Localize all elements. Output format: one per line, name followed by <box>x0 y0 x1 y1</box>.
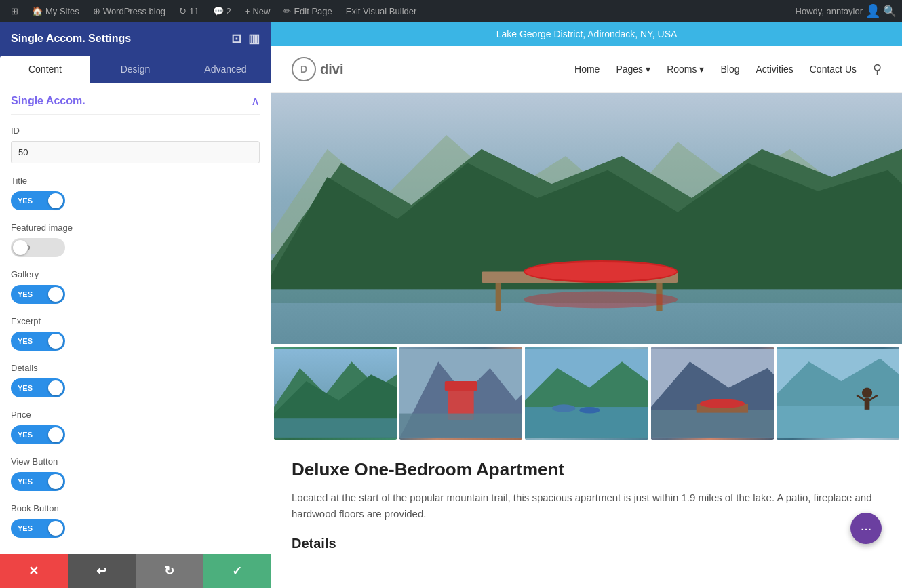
gallery-thumb-5[interactable] <box>777 347 899 440</box>
book-button-toggle[interactable]: YES <box>11 519 65 538</box>
nav-pages[interactable]: Pages ▾ <box>616 64 650 75</box>
toggle-knob-6 <box>48 474 63 489</box>
svg-rect-27 <box>651 410 774 438</box>
exit-visual-builder-item[interactable]: Exit Visual Builder <box>340 0 423 22</box>
sidebar-content: Single Accom. ∧ ID Title YES Featured im… <box>0 83 271 554</box>
sidebar-header-icons: ⊡ ▥ <box>231 31 260 46</box>
svg-rect-6 <box>496 283 501 311</box>
field-title-label: Title <box>11 176 260 186</box>
field-id: ID <box>11 125 260 163</box>
toggle-yes-label-2: YES <box>12 290 33 298</box>
toggle-yes-label-7: YES <box>12 524 33 532</box>
wordpress-icon: ⊕ <box>93 6 100 16</box>
site-logo: D divi <box>292 57 343 81</box>
svg-point-23 <box>552 404 575 412</box>
sidebar-title: Single Accom. Settings <box>11 33 131 45</box>
price-toggle[interactable]: YES <box>11 425 65 444</box>
toggle-knob-7 <box>48 521 63 536</box>
plus-icon: + <box>245 6 250 16</box>
gallery-row <box>271 344 902 443</box>
details-title: Details <box>292 536 882 551</box>
toggle-yes-label-3: YES <box>12 337 33 345</box>
wp-admin-bar: ⊞ 🏠 My Sites ⊕ WordPress blog ↻ 11 💬 2 +… <box>0 0 902 22</box>
svg-rect-18 <box>445 381 477 391</box>
redo-button[interactable]: ↻ <box>136 554 203 588</box>
cancel-button[interactable]: ✕ <box>0 554 68 588</box>
site-nav: D divi Home Pages ▾ Rooms ▾ Blog Activit… <box>271 46 902 93</box>
svg-point-24 <box>580 407 601 414</box>
wp-logo-item[interactable]: ⊞ <box>5 0 24 22</box>
nav-contact[interactable]: Contact Us <box>810 64 857 75</box>
save-button[interactable]: ✓ <box>203 554 271 588</box>
field-title: Title YES <box>11 176 260 210</box>
view-button-toggle[interactable]: YES <box>11 472 65 491</box>
pages-arrow-icon: ▾ <box>646 64 650 75</box>
nav-blog[interactable]: Blog <box>720 64 739 75</box>
fab-icon: ··· <box>861 521 872 536</box>
svg-rect-19 <box>399 414 522 438</box>
pencil-icon: ✏ <box>283 6 291 16</box>
search-icon[interactable]: ⚲ <box>873 62 882 77</box>
edit-page-label: Edit Page <box>294 6 332 16</box>
sidebar-header: Single Accom. Settings ⊡ ▥ <box>0 22 271 56</box>
layout-icon[interactable]: ▥ <box>248 31 260 46</box>
tab-advanced[interactable]: Advanced <box>180 56 271 83</box>
my-sites-item[interactable]: 🏠 My Sites <box>26 0 85 22</box>
undo-button[interactable]: ↩ <box>68 554 136 588</box>
field-price-label: Price <box>11 410 260 420</box>
field-price: Price YES <box>11 410 260 444</box>
nav-activities[interactable]: Activities <box>756 64 793 75</box>
toggle-knob-3 <box>48 334 63 349</box>
edit-page-item[interactable]: ✏ Edit Page <box>278 0 337 22</box>
rooms-arrow-icon: ▾ <box>699 64 704 75</box>
gallery-thumb-4[interactable] <box>651 347 774 440</box>
svg-point-29 <box>699 399 745 408</box>
exit-visual-builder-label: Exit Visual Builder <box>346 6 417 16</box>
howdy-label: Howdy, anntaylor <box>796 6 863 16</box>
toggle-knob-5 <box>48 427 63 442</box>
details-toggle[interactable]: YES <box>11 378 65 397</box>
wordpress-blog-label: WordPress blog <box>103 6 165 16</box>
excerpt-toggle[interactable]: YES <box>11 332 65 351</box>
tab-content[interactable]: Content <box>0 56 90 83</box>
field-details: Details YES <box>11 363 260 397</box>
content-text: Deluxe One-Bedroom Apartment Located at … <box>271 443 902 568</box>
nav-rooms[interactable]: Rooms ▾ <box>667 64 704 75</box>
toggle-yes-label-5: YES <box>12 431 33 439</box>
gallery-thumb-2[interactable] <box>399 347 522 440</box>
comments-item[interactable]: 💬 2 <box>208 0 237 22</box>
gallery-thumb-1[interactable] <box>274 347 397 440</box>
nav-home[interactable]: Home <box>574 64 600 75</box>
fullscreen-icon[interactable]: ⊡ <box>231 31 241 46</box>
field-featured-image-label: Featured image <box>11 222 260 233</box>
undo-icon: ↩ <box>96 564 106 579</box>
search-admin-icon[interactable]: 🔍 <box>883 5 897 18</box>
new-item[interactable]: + New <box>239 0 276 22</box>
updates-count: 11 <box>189 6 199 16</box>
gallery-thumb-3[interactable] <box>525 347 648 440</box>
avatar-icon: 👤 <box>865 3 880 18</box>
toggle-knob-2 <box>48 287 63 302</box>
updates-item[interactable]: ↻ 11 <box>174 0 204 22</box>
hero-image <box>271 93 902 344</box>
field-view-button: View Button YES <box>11 456 260 491</box>
wordpress-blog-item[interactable]: ⊕ WordPress blog <box>87 0 171 22</box>
title-toggle[interactable]: YES <box>11 191 65 210</box>
id-input[interactable] <box>11 141 260 163</box>
field-excerpt: Excerpt YES <box>11 316 260 351</box>
featured-image-toggle[interactable]: NO <box>11 238 65 257</box>
toggle-yes-label-4: YES <box>12 384 33 392</box>
toggle-knob <box>48 193 63 208</box>
tab-design[interactable]: Design <box>90 56 180 83</box>
toggle-knob-4 <box>48 380 63 395</box>
wp-logo-icon: ⊞ <box>11 6 18 16</box>
logo-circle: D <box>292 57 316 81</box>
collapse-icon[interactable]: ∧ <box>251 94 260 109</box>
field-excerpt-label: Excerpt <box>11 316 260 326</box>
fab-button[interactable]: ··· <box>850 513 882 544</box>
site-nav-links: Home Pages ▾ Rooms ▾ Blog Activities Con… <box>574 62 882 77</box>
svg-point-33 <box>862 387 872 397</box>
toggle-knob-off <box>13 240 28 255</box>
gallery-toggle[interactable]: YES <box>11 285 65 304</box>
apartment-title: Deluxe One-Bedroom Apartment <box>292 459 882 480</box>
